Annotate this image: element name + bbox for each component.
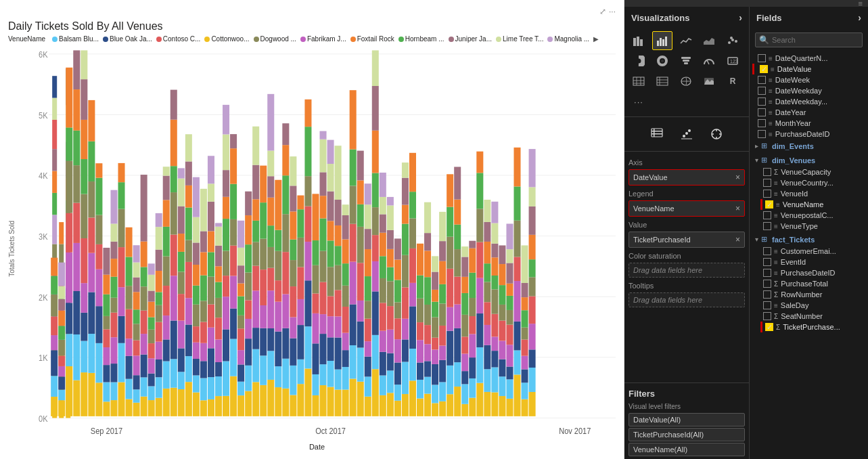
svg-rect-100 (95, 383, 102, 416)
field-item[interactable]: ✓ΣTicketPurchase... (760, 322, 865, 332)
field-item[interactable]: ✓≡VenueName (760, 199, 865, 210)
pie-chart-icon-btn[interactable] (629, 51, 649, 70)
filled-map-icon-btn[interactable] (699, 72, 719, 91)
field-item[interactable]: ≡SaleDay (760, 300, 865, 311)
field-item[interactable]: ≡DateQuarterN... (752, 53, 865, 64)
map-icon-btn[interactable] (676, 72, 696, 91)
field-checkbox[interactable]: ✓ (765, 200, 773, 209)
field-item[interactable]: ≡VenueId (760, 188, 865, 199)
field-checkbox[interactable]: ✓ (765, 323, 773, 331)
legend-well-item[interactable]: VenueName × (629, 200, 745, 217)
expand-icon[interactable]: ⤢ (599, 7, 606, 16)
field-item[interactable]: ≡PurchaseDateID (760, 267, 865, 278)
field-item[interactable]: ≡VenueType (760, 221, 865, 232)
fields-search-input[interactable] (755, 32, 863, 47)
field-checkbox[interactable] (763, 312, 771, 320)
more-visuals-icon-btn[interactable]: ··· (629, 92, 649, 111)
field-item[interactable]: ≡DateYear (752, 107, 865, 118)
svg-rect-547 (439, 382, 446, 401)
svg-rect-63 (58, 286, 65, 299)
field-item[interactable]: ≡DateWeekday... (752, 96, 865, 107)
tree-group-header[interactable]: ▸⊞dim_Events (752, 139, 865, 152)
field-item[interactable]: ≡DateWeek (752, 74, 865, 85)
field-checkbox[interactable] (763, 269, 771, 277)
field-checkbox[interactable] (763, 179, 771, 187)
field-checkbox[interactable] (758, 108, 766, 116)
fields-collapse-icon[interactable]: › (858, 12, 861, 23)
filter-item-ticketpurchase[interactable]: TicketPurchaseId(All) (629, 428, 745, 441)
r-script-icon-btn[interactable]: R (723, 72, 743, 91)
svg-rect-214 (178, 179, 185, 206)
field-item[interactable]: ≡VenueCountry... (760, 177, 865, 188)
line-chart-icon-btn[interactable] (676, 31, 696, 50)
field-checkbox[interactable] (763, 280, 771, 288)
legend-well-remove[interactable]: × (735, 204, 740, 213)
color-sat-drag[interactable]: Drag data fields here (629, 263, 745, 278)
bar-chart-icon-btn[interactable] (652, 31, 672, 50)
svg-rect-510 (409, 380, 416, 416)
axis-well-item[interactable]: DateValue × (629, 169, 745, 185)
tree-group-header[interactable]: ▾⊞dim_Venues (752, 154, 865, 167)
field-checkbox[interactable] (758, 76, 766, 84)
stacked-bar-icon-btn[interactable] (629, 31, 649, 50)
axis-well-remove[interactable]: × (735, 173, 740, 182)
svg-rect-658 (522, 245, 528, 283)
svg-rect-174 (148, 263, 155, 274)
area-chart-icon-btn[interactable] (699, 31, 719, 50)
field-checkbox[interactable] (763, 258, 771, 266)
value-well-remove[interactable]: × (735, 235, 740, 244)
field-item[interactable]: ΣPurchaseTotal (760, 278, 865, 289)
field-checkbox[interactable] (758, 97, 766, 106)
field-checkbox[interactable]: ✓ (760, 65, 768, 73)
filter-item-venuename[interactable]: VenueName(All) (629, 443, 745, 456)
field-item[interactable]: ≡MonthYear (752, 118, 865, 129)
field-name: DateWeekday (775, 87, 822, 95)
field-checkbox[interactable] (763, 211, 771, 219)
filter-fields-btn[interactable] (704, 124, 729, 144)
field-checkbox[interactable] (758, 130, 766, 138)
field-checkbox[interactable] (758, 87, 766, 95)
field-checkbox[interactable] (763, 247, 771, 255)
field-checkbox[interactable] (763, 168, 771, 176)
field-item[interactable]: ✓≡DateValue (752, 64, 865, 74)
viz-expand-icon[interactable]: › (739, 12, 742, 23)
svg-rect-195 (163, 167, 170, 175)
field-checkbox[interactable] (763, 222, 771, 230)
svg-rect-657 (522, 283, 528, 297)
field-item[interactable]: ΣSeatNumber (760, 311, 865, 322)
field-type-icon: ≡ (774, 248, 778, 255)
field-checkbox[interactable] (763, 301, 771, 309)
field-checkbox[interactable] (763, 190, 771, 198)
gauge-icon-btn[interactable] (699, 51, 719, 70)
filter-item-datevalue[interactable]: DateValue(All) (629, 413, 745, 427)
more-options-icon[interactable]: ··· (609, 7, 616, 16)
tree-group-header[interactable]: ▾⊞fact_Tickets (752, 233, 865, 246)
field-item[interactable]: ≡PurchaseDateID (752, 129, 865, 139)
donut-chart-icon-btn[interactable] (652, 51, 672, 70)
svg-rect-475 (380, 256, 386, 278)
value-well-item[interactable]: TicketPurchaseId × (629, 232, 745, 248)
field-item[interactable]: ≡EventId (760, 257, 865, 267)
funnel-icon-btn[interactable] (676, 51, 696, 70)
svg-rect-650 (522, 383, 528, 399)
table-icon-btn[interactable] (629, 72, 649, 91)
card-icon-btn[interactable]: 123 (723, 51, 743, 70)
field-item[interactable]: ≡DateWeekday (752, 85, 865, 96)
field-item[interactable]: ≡VenuepostalC... (760, 210, 865, 221)
svg-rect-612 (491, 351, 498, 367)
matrix-icon-btn[interactable] (652, 72, 672, 91)
scatter-icon-btn[interactable] (723, 31, 743, 50)
field-checkbox[interactable] (758, 54, 766, 62)
field-item[interactable]: ΣVenueCapacity (760, 167, 865, 177)
field-item[interactable]: ΣRowNumber (760, 289, 865, 300)
field-item[interactable]: ≡CustomerEmai... (760, 246, 865, 257)
legend-scroll-right[interactable]: ▶ (593, 35, 599, 43)
analytics-btn[interactable] (675, 124, 699, 144)
format-paint-btn[interactable] (645, 124, 669, 144)
svg-rect-532 (424, 277, 431, 305)
field-checkbox[interactable] (763, 290, 771, 299)
value-well-label: Value (629, 219, 745, 230)
tooltips-drag[interactable]: Drag data fields here (629, 292, 745, 307)
field-checkbox[interactable] (758, 119, 766, 127)
svg-rect-399 (320, 131, 327, 139)
